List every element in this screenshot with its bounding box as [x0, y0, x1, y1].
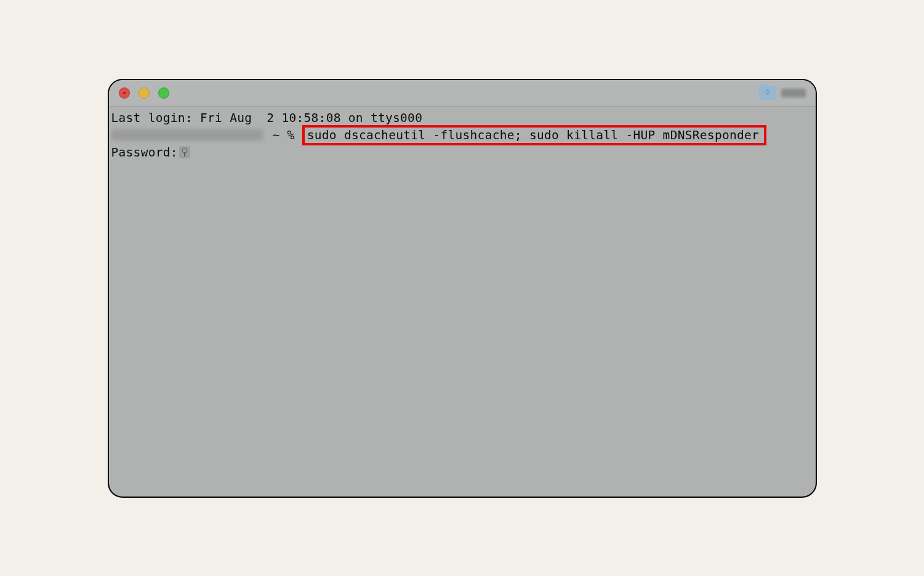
window-title-blurred — [781, 89, 806, 97]
title-bar — [109, 80, 816, 107]
minimize-button[interactable] — [139, 87, 150, 99]
prompt-symbol: ~ % — [265, 128, 302, 142]
close-button[interactable] — [119, 87, 130, 99]
highlighted-command: sudo dscacheutil -flushcache; sudo killa… — [302, 125, 766, 145]
last-login-line: Last login: Fri Aug 2 10:58:08 on ttys00… — [111, 111, 813, 125]
password-line: Password: — [111, 145, 813, 160]
password-label: Password: — [111, 145, 178, 160]
maximize-button[interactable] — [158, 87, 169, 99]
traffic-lights — [119, 87, 169, 99]
title-bar-right — [759, 86, 806, 100]
terminal-window[interactable]: Last login: Fri Aug 2 10:58:08 on ttys00… — [108, 79, 817, 498]
folder-icon[interactable] — [759, 86, 776, 100]
user-host-blurred — [111, 129, 263, 140]
command-line: ~ % sudo dscacheutil -flushcache; sudo k… — [111, 125, 813, 145]
terminal-body[interactable]: Last login: Fri Aug 2 10:58:08 on ttys00… — [109, 107, 816, 163]
key-icon — [179, 146, 190, 158]
